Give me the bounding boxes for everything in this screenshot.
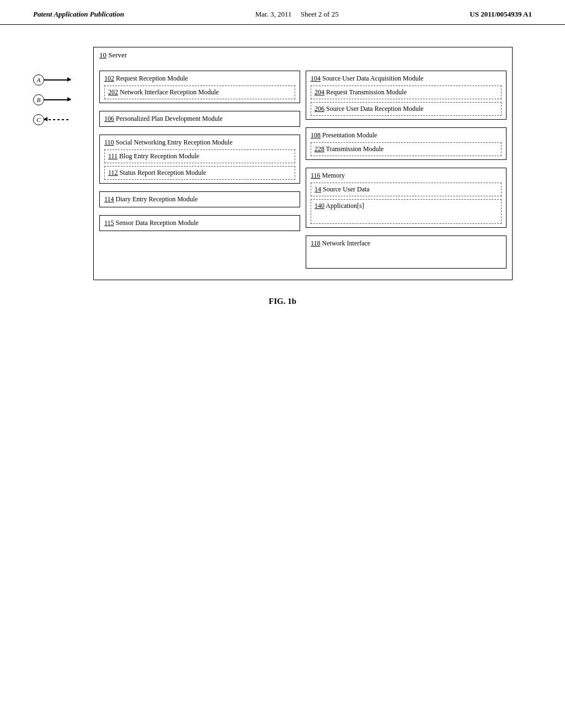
module-202-label: 202 Network Interface Reception Module [108, 88, 219, 96]
module-202: 202 Network Interface Reception Module [104, 85, 295, 99]
header-date-sheet: Mar. 3, 2011 Sheet 2 of 25 [255, 10, 339, 19]
module-104-label: 104 Source User Data Acquisition Module [311, 74, 502, 83]
right-column: 104 Source User Data Acquisition Module … [306, 71, 507, 269]
module-206-label: 206 Source User Data Reception Module [315, 105, 424, 113]
module-14: 14 Source User Data [311, 183, 502, 196]
module-112: 112 Status Report Reception Module [104, 166, 295, 180]
header-date: Mar. 3, 2011 [255, 10, 292, 18]
module-228-label: 228 Transmission Module [315, 145, 383, 153]
connector-a-row: A [33, 74, 71, 85]
module-116-label: 116 Memory [311, 172, 502, 180]
module-116: 116 Memory 14 Source User Data 140 Appli… [306, 168, 507, 228]
connector-c-row: C [33, 114, 71, 125]
header-patent-number: US 2011/0054939 A1 [470, 10, 532, 19]
figure-caption: FIG. 1b [33, 297, 532, 306]
connector-a-line [44, 79, 71, 81]
server-inner: 102 Request Reception Module 202 Network… [94, 71, 512, 269]
module-118-label: 118 Network Interface [311, 239, 502, 248]
header-publication-type: Patent Application Publication [33, 10, 124, 19]
connector-c-circle: C [33, 114, 44, 125]
module-204: 204 Request Transmission Module [311, 85, 502, 99]
module-111: 111 Blog Entry Reception Module [104, 149, 295, 163]
module-114: 114 Diary Entry Reception Module [99, 191, 300, 207]
diagram-wrapper: A B C 10 Server [33, 47, 532, 280]
connector-c-line [44, 119, 71, 120]
module-228: 228 Transmission Module [311, 142, 502, 156]
module-140: 140 Application[s] [311, 199, 502, 224]
connector-b-circle: B [33, 94, 44, 105]
module-102: 102 Request Reception Module 202 Network… [99, 71, 300, 103]
module-108-label: 108 Presentation Module [311, 131, 502, 140]
header-sheet: Sheet 2 of 25 [301, 10, 339, 18]
module-118: 118 Network Interface [306, 235, 507, 269]
server-box: 10 Server 102 Request Reception Module 2… [93, 47, 513, 280]
page-header: Patent Application Publication Mar. 3, 2… [0, 0, 565, 25]
module-106: 106 Personalized Plan Development Module [99, 111, 300, 127]
module-102-label: 102 Request Reception Module [104, 74, 295, 83]
module-204-label: 204 Request Transmission Module [315, 88, 407, 96]
module-115-label: 115 Sensor Data Reception Module [104, 219, 295, 227]
connector-a-circle: A [33, 74, 44, 85]
left-connectors: A B C [33, 74, 71, 125]
connector-b-line [44, 99, 71, 100]
module-110-label: 110 Social Networking Entry Reception Mo… [104, 138, 295, 147]
module-14-label: 14 Source User Data [315, 185, 370, 193]
module-112-label: 112 Status Report Reception Module [108, 169, 206, 176]
diagram-area: A B C 10 Server [0, 25, 565, 323]
left-column: 102 Request Reception Module 202 Network… [99, 71, 300, 269]
connector-b-row: B [33, 94, 71, 105]
module-114-label: 114 Diary Entry Reception Module [104, 195, 295, 204]
module-104: 104 Source User Data Acquisition Module … [306, 71, 507, 120]
server-label: 10 Server [99, 51, 127, 60]
module-110: 110 Social Networking Entry Reception Mo… [99, 135, 300, 184]
module-206: 206 Source User Data Reception Module [311, 102, 502, 116]
module-108: 108 Presentation Module 228 Transmission… [306, 127, 507, 160]
module-140-label: 140 Application[s] [315, 202, 364, 210]
module-106-label: 106 Personalized Plan Development Module [104, 115, 295, 123]
module-115: 115 Sensor Data Reception Module [99, 215, 300, 231]
module-111-label: 111 Blog Entry Reception Module [108, 152, 199, 160]
